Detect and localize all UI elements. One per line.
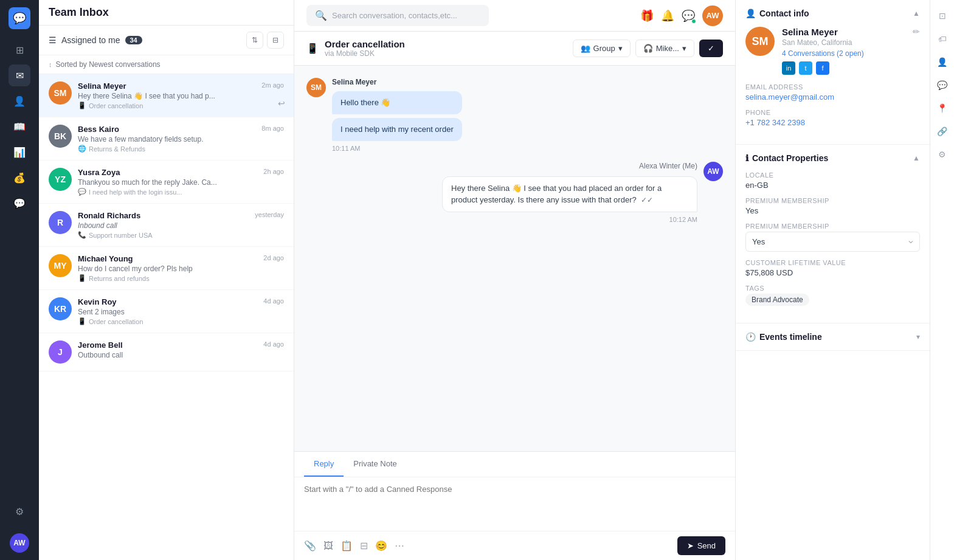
conversation-item[interactable]: J Jerome Bell 4d ago Outbound call: [39, 333, 294, 372]
right-panel-label-icon[interactable]: 🏷: [934, 30, 951, 47]
emoji-icon[interactable]: 😊: [375, 540, 387, 551]
user-avatar[interactable]: AW: [10, 533, 29, 553]
nav-settings[interactable]: ⚙: [9, 500, 30, 522]
reply-textarea[interactable]: [304, 485, 725, 521]
contact-info-header[interactable]: 👤 Contact info ▲: [736, 0, 930, 27]
channel-icon: 📱: [78, 274, 86, 282]
logo-icon: 💬: [13, 12, 26, 25]
page-title: Team Inbox: [49, 6, 109, 19]
conv-name: Bess Kairo: [78, 125, 119, 134]
channel-icon: 📞: [78, 231, 86, 239]
lifetime-value-prop: Customer lifetime value $75,808 USD: [745, 259, 920, 277]
article-icon[interactable]: 📋: [340, 540, 353, 551]
nav-billing[interactable]: 💰: [9, 167, 30, 188]
message-time: 10:11 AM: [332, 145, 462, 152]
contact-conversations[interactable]: 4 Conversations (2 open): [782, 49, 920, 58]
channel-icon: 📱: [78, 102, 86, 109]
nav-inbox[interactable]: ✉: [9, 64, 30, 86]
mobile-sdk-icon: 📱: [306, 43, 319, 54]
gift-icon[interactable]: 🎁: [640, 9, 654, 22]
twitter-icon[interactable]: t: [799, 61, 812, 75]
gif-icon[interactable]: ⊟: [360, 540, 368, 551]
contact-properties-body: Locale en-GB Premium Membership Yes Prem…: [736, 171, 930, 323]
nav-dashboard[interactable]: ⊞: [9, 39, 30, 61]
right-panel-settings-icon[interactable]: ⚙: [934, 146, 951, 163]
bell-icon[interactable]: 🔔: [661, 9, 674, 22]
nav-knowledge[interactable]: 📖: [9, 116, 30, 137]
message-row-outgoing: AW Alexa Winter (Me) Hey there Selina 👋 …: [306, 162, 723, 223]
contact-info-body: SM Selina Meyer ✏ San Mateo, California …: [736, 27, 930, 144]
agent-label: Mike...: [656, 44, 679, 53]
conv-message: We have a few mandatory fields setup.: [78, 135, 224, 143]
contact-properties-title: ℹ Contact Properties: [745, 153, 828, 163]
reply-tabs: Reply Private Note: [294, 452, 735, 477]
read-receipt-icon: ✓✓: [641, 196, 653, 204]
phone-value[interactable]: +1 782 342 2398: [745, 118, 920, 127]
image-icon[interactable]: 🖼: [323, 541, 333, 551]
nav-conversations[interactable]: 💬: [9, 192, 30, 214]
group-chevron-icon: ▾: [618, 44, 623, 53]
conv-message: Sent 2 images: [78, 308, 224, 316]
right-panel-conversation-icon[interactable]: 💬: [934, 77, 951, 94]
tab-reply[interactable]: Reply: [304, 452, 344, 477]
filter-icon: ☰: [49, 35, 57, 45]
header-right-icons: 🎁 🔔 💬 AW: [640, 5, 723, 26]
contact-row: SM Selina Meyer ✏ San Mateo, California …: [745, 27, 920, 75]
channel-icon: 📱: [78, 317, 86, 325]
attach-icon[interactable]: 📎: [304, 540, 316, 551]
social-icons: in t f: [782, 61, 920, 75]
email-label: Email address: [745, 83, 920, 91]
send-button[interactable]: ➤ Send: [677, 536, 725, 555]
conversation-item[interactable]: SM Selina Meyer 2m ago Hey there Selina …: [39, 74, 294, 117]
phone-label: Phone: [745, 109, 920, 116]
conv-name: Michael Young: [78, 254, 133, 263]
right-panel-link-icon[interactable]: 🔗: [934, 123, 951, 140]
contact-properties-header[interactable]: ℹ Contact Properties ▲: [736, 145, 930, 171]
message-time: 10:12 AM: [669, 216, 697, 223]
nav-contacts[interactable]: 👤: [9, 90, 30, 112]
message-bubble: Hello there 👋: [332, 91, 462, 114]
linkedin-icon[interactable]: in: [782, 61, 795, 75]
right-panel-location-icon[interactable]: 📍: [934, 100, 951, 117]
conv-name: Ronald Richards: [78, 211, 140, 220]
agent-button[interactable]: 🎧 Mike... ▾: [635, 40, 694, 57]
reply-input-area: [294, 477, 735, 531]
right-panel-person-icon[interactable]: 👤: [934, 54, 951, 71]
edit-contact-icon[interactable]: ✏: [913, 27, 920, 36]
sorted-bar: ↕ Sorted by Newest conversations: [39, 55, 294, 74]
assigned-text: Assigned to me: [61, 35, 120, 45]
events-timeline-header[interactable]: 🕐 Events timeline ▾: [736, 323, 930, 350]
group-button[interactable]: 👥 Group ▾: [573, 40, 631, 57]
sort-icon[interactable]: ⇅: [246, 32, 263, 49]
premium-membership-select[interactable]: Yes No: [745, 232, 920, 252]
resolve-button[interactable]: ✓: [699, 40, 723, 57]
email-value[interactable]: selina.meyer@gmail.com: [745, 92, 920, 102]
message-bubble: Hey there Selina 👋 I see that you had pl…: [442, 176, 697, 212]
facebook-icon[interactable]: f: [816, 61, 829, 75]
conversation-item[interactable]: MY Michael Young 2d ago How do I cancel …: [39, 247, 294, 290]
premium-membership-prop: Premium Membership Yes: [745, 197, 920, 215]
filter-options-icon[interactable]: ⊟: [267, 32, 284, 49]
conv-name: Selina Meyer: [78, 81, 126, 91]
conversation-item[interactable]: KR Kevin Roy 4d ago Sent 2 images 📱 Orde…: [39, 290, 294, 333]
conversation-list: SM Selina Meyer 2m ago Hey there Selina …: [39, 74, 294, 560]
assigned-bar: ☰ Assigned to me 34 ⇅ ⊟: [39, 26, 294, 55]
search-bar[interactable]: 🔍 Search conversation, contacts,etc...: [306, 5, 489, 26]
conv-channel: 📱 Order cancellation: [78, 102, 284, 109]
locale-label: Locale: [745, 171, 920, 179]
user-profile-avatar[interactable]: AW: [702, 5, 723, 26]
message-content: Selina Meyer Hello there 👋 I need help w…: [332, 78, 462, 152]
channel-name: Order cancellation: [89, 318, 143, 325]
nav-reports[interactable]: 📊: [9, 141, 30, 163]
check-icon: ✓: [708, 44, 714, 53]
agent-chevron-icon: ▾: [682, 44, 686, 53]
chat-title-block: Order cancellation via Mobile SDK: [325, 39, 405, 58]
right-panel-info-icon[interactable]: ⊡: [934, 7, 951, 24]
tab-private-note[interactable]: Private Note: [344, 452, 407, 477]
more-options-icon[interactable]: ⋯: [395, 540, 404, 551]
chat-status-icon[interactable]: 💬: [682, 9, 695, 22]
conversation-item[interactable]: R Ronald Richards yesterday Inbound call…: [39, 204, 294, 247]
conversation-item[interactable]: YZ Yusra Zoya 2h ago Thankyou so much fo…: [39, 161, 294, 204]
conversation-item[interactable]: BK Bess Kairo 8m ago We have a few manda…: [39, 117, 294, 161]
conv-time: 2m ago: [261, 81, 284, 89]
